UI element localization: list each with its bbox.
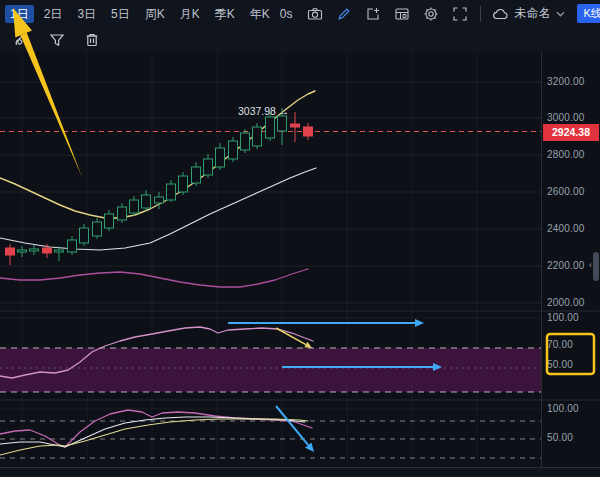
candle-body	[93, 222, 102, 236]
axis-label-price: 2600.00	[547, 186, 597, 197]
ma-purple	[0, 269, 308, 287]
settings-gear-icon[interactable]	[422, 5, 440, 23]
candle-body	[304, 127, 313, 136]
last-price-badge: 2924.38	[543, 124, 599, 141]
timeframe-tab-5日[interactable]: 5日	[106, 5, 135, 23]
axis-label-rsi: 100.00	[547, 312, 597, 323]
trash-icon[interactable]	[83, 31, 101, 49]
toolbar-row-1: 1日2日3日5日周K月K季K年K 0s	[0, 0, 600, 27]
layout-name: 未命名	[515, 5, 551, 22]
timeframe-tab-月K[interactable]: 月K	[175, 5, 205, 23]
candle-body	[204, 159, 213, 175]
candle-body	[18, 250, 27, 252]
rsi-band	[0, 348, 541, 392]
candle-body	[216, 148, 225, 167]
candle-body	[155, 197, 164, 203]
candle-body	[241, 133, 250, 150]
axis-label-price: 2000.00	[547, 297, 597, 308]
candle-body	[192, 167, 201, 183]
axis-label-price: 3000.00	[547, 112, 597, 123]
add-window-icon[interactable]	[364, 5, 382, 23]
axis-scroll-handle[interactable]: ‹	[593, 252, 599, 281]
high-price-label: 3037.98 →	[238, 105, 289, 117]
kline-chart-app: 1日2日3日5日周K月K季K年K 0s	[0, 0, 600, 477]
candle-body	[253, 127, 262, 146]
candle-body	[43, 248, 52, 253]
timeframe-tab-年K[interactable]: 年K	[245, 5, 275, 23]
candle-body	[105, 214, 114, 228]
time-axis[interactable]	[0, 467, 600, 477]
toolbar-right-group: 0s	[280, 4, 600, 23]
toolbar-row-2	[0, 27, 600, 52]
kline-analysis-button[interactable]: K线分析	[577, 4, 600, 23]
axis-label-price: 2400.00	[547, 223, 597, 234]
timeframe-tab-1日[interactable]: 1日	[5, 5, 34, 23]
timeframe-tab-季K[interactable]: 季K	[210, 5, 240, 23]
collapse-chevron-icon: ‹	[589, 260, 592, 270]
kdj-k	[0, 410, 312, 447]
candle-body	[179, 176, 188, 192]
axis-label-price: 2800.00	[547, 149, 597, 160]
chevron-down-icon	[556, 5, 566, 23]
axis-label-rsi: 70.00	[547, 339, 597, 350]
candle-body	[6, 248, 15, 255]
candle-body	[229, 141, 238, 159]
candle-body	[30, 249, 39, 251]
axis-label-kdj: 50.00	[547, 432, 597, 443]
candlestick-series	[6, 108, 313, 265]
timeframe-tabs: 1日2日3日5日周K月K季K年K	[5, 5, 280, 23]
candle-body	[68, 240, 77, 252]
cloud-layout-selector[interactable]: 未命名	[492, 5, 566, 23]
pen-tool-icon[interactable]	[13, 31, 31, 49]
pencil-draw-icon[interactable]	[335, 5, 353, 23]
indicator-template-icon[interactable]	[393, 5, 411, 23]
candle-body	[266, 117, 275, 138]
toolbar: 1日2日3日5日周K月K季K年K 0s	[0, 0, 600, 52]
candle-body	[55, 250, 64, 252]
countdown-timer: 0s	[280, 7, 293, 21]
axis-label-kdj: 100.00	[547, 403, 597, 414]
candle-body	[142, 195, 151, 208]
ma-white	[0, 168, 316, 250]
candle-body	[118, 207, 127, 220]
candle-body	[167, 184, 176, 200]
candle-body	[130, 200, 139, 213]
axis-label-price: 3200.00	[547, 76, 597, 87]
candle-body	[291, 124, 300, 127]
timeframe-tab-2日[interactable]: 2日	[39, 5, 68, 23]
filter-funnel-icon[interactable]	[48, 31, 66, 49]
fullscreen-icon[interactable]	[451, 5, 469, 23]
timeframe-tab-3日[interactable]: 3日	[72, 5, 101, 23]
chart-canvas[interactable]: 3037.98 →	[0, 0, 600, 477]
candle-body	[278, 116, 287, 131]
camera-icon[interactable]	[306, 5, 324, 23]
toolbar-divider	[480, 6, 481, 22]
axis-label-rsi: 50.00	[547, 359, 597, 370]
candle-body	[80, 228, 89, 243]
cloud-icon	[492, 5, 510, 23]
timeframe-tab-周K[interactable]: 周K	[140, 5, 170, 23]
